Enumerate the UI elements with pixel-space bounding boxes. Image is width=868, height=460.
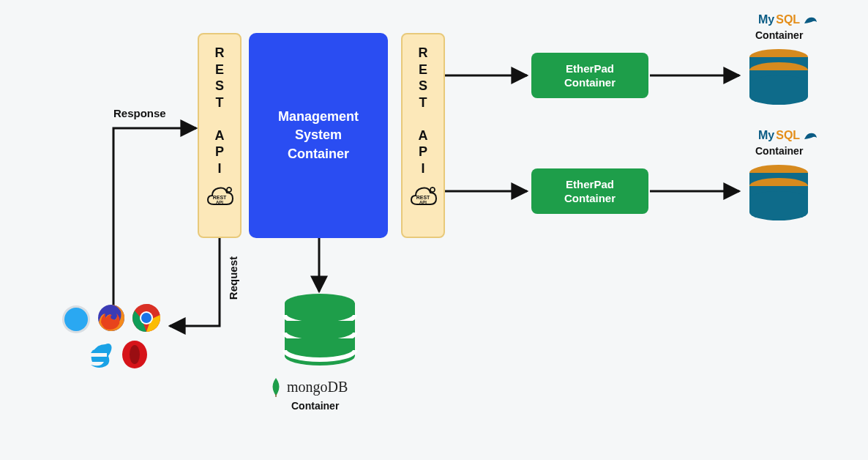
etherpad-bottom-label: EtherPad Container xyxy=(564,177,616,206)
mysql-logo-my: My xyxy=(758,129,774,142)
label-request: Request xyxy=(227,256,239,300)
rest-api-left: R E S T A P I REST API xyxy=(198,33,242,238)
svg-rect-13 xyxy=(275,394,276,397)
mysql-logo-sql: SQL xyxy=(776,129,800,142)
firefox-icon xyxy=(97,303,126,333)
label-response: Response xyxy=(113,107,166,119)
rest-api-icon: REST API xyxy=(205,184,234,209)
mysql-top-label: Container xyxy=(755,29,803,41)
opera-icon xyxy=(120,340,149,369)
mongo-label: Container xyxy=(291,400,339,412)
mysql-db-top xyxy=(745,48,812,105)
mysql-bottom-label: Container xyxy=(755,145,803,157)
diagram-canvas: Response Request R E S T A P I REST API … xyxy=(0,0,868,460)
rest-api-icon: REST API xyxy=(408,184,438,209)
rest-api-right: R E S T A P I REST API xyxy=(401,33,445,238)
svg-text:API: API xyxy=(419,200,427,204)
mongodb-text: mongoDB xyxy=(287,379,348,396)
management-container: Management System Container xyxy=(249,33,388,238)
etherpad-top-label: EtherPad Container xyxy=(564,62,616,90)
arrow-response xyxy=(113,128,196,315)
chrome-icon xyxy=(132,303,161,333)
mysql-logo-my: My xyxy=(758,13,774,26)
svg-text:REST: REST xyxy=(213,195,227,200)
mysql-dolphin-icon xyxy=(803,15,818,25)
svg-text:REST: REST xyxy=(416,195,430,200)
svg-rect-23 xyxy=(91,353,107,357)
browser-icons xyxy=(61,300,179,374)
svg-text:API: API xyxy=(216,200,223,204)
mysql-logo-bottom: MySQL xyxy=(758,129,818,142)
mongo-db xyxy=(280,293,360,372)
ie-icon xyxy=(83,340,113,369)
mysql-db-bottom xyxy=(745,164,812,221)
svg-point-21 xyxy=(141,313,151,323)
rest-api-left-letters: R E S T A P I xyxy=(215,45,225,177)
mysql-logo-sql: SQL xyxy=(776,13,800,26)
mysql-logo-top: MySQL xyxy=(758,13,818,26)
rest-api-right-letters: R E S T A P I xyxy=(419,45,428,177)
mongodb-logo: mongoDB xyxy=(269,376,348,397)
management-title: Management System Container xyxy=(278,108,359,163)
svg-point-25 xyxy=(130,345,140,364)
etherpad-container-bottom: EtherPad Container xyxy=(531,168,648,214)
mysql-dolphin-icon xyxy=(803,130,818,141)
safari-icon xyxy=(61,305,91,334)
etherpad-container-top: EtherPad Container xyxy=(531,53,648,98)
mongodb-leaf-icon xyxy=(269,376,283,397)
